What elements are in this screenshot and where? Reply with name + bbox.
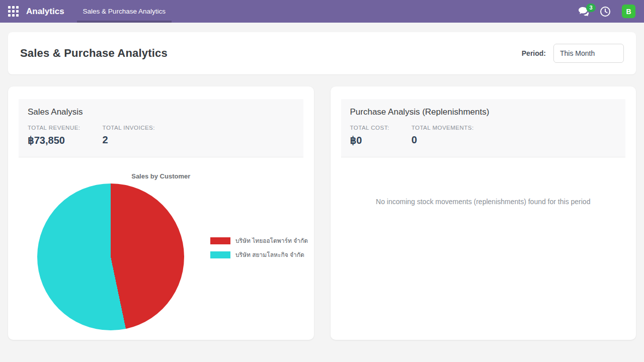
- page-title: Sales & Purchase Analytics: [20, 47, 168, 60]
- stat-label: TOTAL MOVEMENTS:: [412, 125, 474, 131]
- stat-label: TOTAL INVOICES:: [103, 125, 155, 131]
- stat-value: ฿0: [350, 134, 389, 146]
- stat-total-invoices: TOTAL INVOICES: 2: [103, 125, 155, 146]
- legend-label: บริษัท สยามโลหะกิจ จำกัด: [235, 250, 304, 259]
- analytics-content: Sales Analysis TOTAL REVENUE: ฿73,850 TO…: [8, 86, 636, 340]
- sales-card-title: Sales Analysis: [28, 107, 294, 117]
- top-navbar: Analytics Sales & Purchase Analytics 3 B: [0, 0, 644, 23]
- legend-item[interactable]: บริษัท ไทยออโตพาร์ท จำกัด: [210, 236, 308, 245]
- sales-pie: [37, 184, 184, 330]
- stat-total-revenue: TOTAL REVENUE: ฿73,850: [28, 125, 80, 146]
- apps-menu-icon[interactable]: [8, 6, 19, 17]
- stat-total-movements: TOTAL MOVEMENTS: 0: [412, 125, 474, 146]
- systray: 3 B: [578, 5, 635, 18]
- period-select[interactable]: This Month: [553, 44, 624, 63]
- sales-stats-panel: Sales Analysis TOTAL REVENUE: ฿73,850 TO…: [19, 99, 303, 157]
- purchase-stats-panel: Purchase Analysis (Replenishments) TOTAL…: [341, 99, 626, 157]
- stat-total-cost: TOTAL COST: ฿0: [350, 125, 389, 146]
- empty-state-message: No incoming stock movements (replenishme…: [341, 198, 626, 206]
- purchase-analysis-card: Purchase Analysis (Replenishments) TOTAL…: [331, 86, 636, 340]
- pie-chart-area: บริษัท ไทยออโตพาร์ท จำกัดบริษัท สยามโลหะ…: [19, 184, 303, 330]
- page-header-card: Sales & Purchase Analytics Period: This …: [8, 32, 636, 74]
- stat-value: ฿73,850: [28, 134, 80, 146]
- menu-item-sales-purchase-analytics[interactable]: Sales & Purchase Analytics: [77, 0, 172, 23]
- sales-analysis-card: Sales Analysis TOTAL REVENUE: ฿73,850 TO…: [8, 86, 314, 340]
- legend-label: บริษัท ไทยออโตพาร์ท จำกัด: [235, 236, 308, 245]
- pie-legend: บริษัท ไทยออโตพาร์ท จำกัดบริษัท สยามโลหะ…: [210, 236, 308, 264]
- stat-label: TOTAL COST:: [350, 125, 389, 131]
- pie-chart-title: Sales by Customer: [19, 172, 303, 180]
- purchase-card-title: Purchase Analysis (Replenishments): [350, 107, 617, 117]
- messages-icon[interactable]: 3: [578, 6, 590, 17]
- user-avatar[interactable]: B: [622, 5, 635, 18]
- messages-count-badge: 3: [586, 4, 596, 12]
- stat-value: 0: [412, 134, 474, 146]
- sales-stats-row: TOTAL REVENUE: ฿73,850 TOTAL INVOICES: 2: [28, 125, 294, 146]
- legend-item[interactable]: บริษัท สยามโลหะกิจ จำกัด: [210, 250, 308, 259]
- stat-label: TOTAL REVENUE:: [28, 125, 80, 131]
- legend-swatch: [210, 237, 230, 244]
- period-label: Period:: [522, 49, 546, 57]
- legend-swatch: [210, 251, 230, 258]
- activities-clock-icon[interactable]: [600, 6, 611, 17]
- purchase-stats-row: TOTAL COST: ฿0 TOTAL MOVEMENTS: 0: [350, 125, 617, 146]
- app-name[interactable]: Analytics: [26, 7, 64, 17]
- stat-value: 2: [103, 134, 155, 146]
- period-control: Period: This Month: [522, 44, 624, 63]
